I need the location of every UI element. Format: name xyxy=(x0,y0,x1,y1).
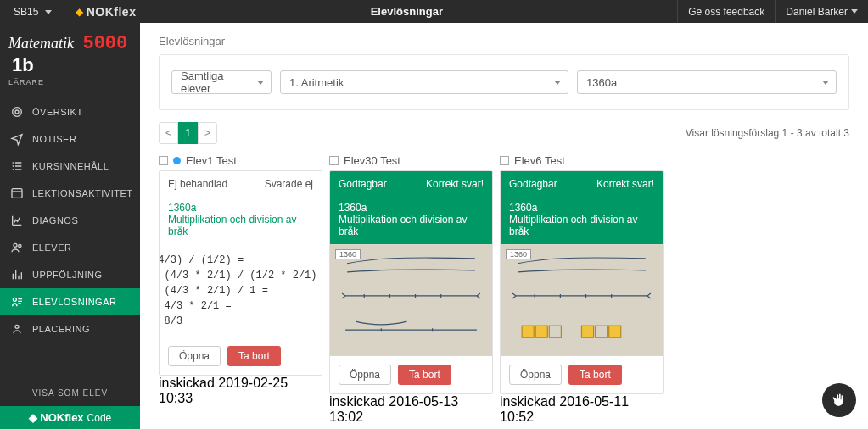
task-name[interactable]: Multiplikation och division av bråk xyxy=(168,214,313,237)
svg-point-0 xyxy=(13,108,22,117)
task-tag: 1360 xyxy=(506,249,531,259)
submission-thumbnail xyxy=(330,244,492,356)
sidebar-item-overview[interactable]: ÖVERSIKT xyxy=(0,98,140,125)
sidebar-item-activity[interactable]: LEKTIONSAKTIVITET xyxy=(0,180,140,207)
sidebar-item-notice[interactable]: NOTISER xyxy=(0,125,140,153)
chart-icon xyxy=(10,268,24,281)
pager-page-1[interactable]: 1 xyxy=(178,122,198,144)
student-name: Elev6 Test xyxy=(514,154,565,167)
svg-point-3 xyxy=(14,243,17,247)
sidebar-item-diag[interactable]: DIAGNOS xyxy=(0,207,140,234)
status-right: Korrekt svar! xyxy=(596,178,654,190)
caret-down-icon xyxy=(851,9,858,14)
open-button[interactable]: Öppna xyxy=(339,365,391,385)
submitted-timestamp: inskickad 2016-05-11 10:52 xyxy=(500,394,664,425)
svg-rect-2 xyxy=(12,189,22,198)
workspace-switcher[interactable]: SB15 xyxy=(0,6,65,18)
card-actions: ÖppnaTa bort xyxy=(330,356,492,393)
pager: < 1 > xyxy=(159,122,217,144)
solution-image[interactable]: 1360 xyxy=(501,244,663,356)
task-info: 1360aMultiplikation och division av bråk xyxy=(160,197,322,244)
diamond-icon: ◆ xyxy=(29,411,37,424)
caret-down-icon xyxy=(45,10,52,14)
submitted-timestamp: inskickad 2016-05-13 13:02 xyxy=(329,394,493,425)
page-title: Elevlösningar xyxy=(136,5,677,18)
select-checkbox[interactable] xyxy=(159,156,168,165)
svg-point-6 xyxy=(15,325,19,328)
delete-button[interactable]: Ta bort xyxy=(568,365,622,385)
task-select[interactable]: 1360a xyxy=(577,70,837,94)
status-row: Ej behandladSvarade ej xyxy=(160,171,322,197)
svg-rect-9 xyxy=(522,326,534,337)
main-content: Elevlösningar Samtliga elever 1. Aritmet… xyxy=(140,23,868,429)
task-id[interactable]: 1360a xyxy=(339,202,484,214)
unread-dot-icon xyxy=(173,157,181,164)
solutions-icon xyxy=(10,295,24,309)
status-row: GodtagbarKorrekt svar! xyxy=(501,171,663,197)
sidebar-item-list[interactable]: KURSINNEHÅLL xyxy=(0,153,140,180)
status-right: Svarade ej xyxy=(265,178,313,190)
sidebar-item-label: UPPFÖLJNING xyxy=(32,270,103,280)
solution-card: Elev1 TestEj behandladSvarade ej1360aMul… xyxy=(159,154,322,425)
list-icon xyxy=(10,159,24,173)
sidebar-item-label: DIAGNOS xyxy=(32,215,78,226)
svg-point-5 xyxy=(13,298,16,301)
solution-image[interactable]: 1360 xyxy=(330,244,492,356)
book-cover[interactable]: Matematik 5000 1b LÄRARE xyxy=(0,23,140,92)
delete-button[interactable]: Ta bort xyxy=(398,365,451,385)
feedback-link[interactable]: Ge oss feedback xyxy=(677,0,776,23)
result-count: Visar lösningsförslag 1 - 3 av totalt 3 xyxy=(686,127,849,139)
student-name: Elev30 Test xyxy=(344,154,400,167)
workspace-label: SB15 xyxy=(14,6,38,18)
status-right: Korrekt svar! xyxy=(426,178,484,190)
status-left: Godtagbar xyxy=(339,178,387,190)
svg-point-4 xyxy=(19,244,21,247)
solution-card: Elev30 TestGodtagbarKorrekt svar!1360aMu… xyxy=(329,154,493,425)
sidebar-item-solutions[interactable]: ELEVLÖSNINGAR xyxy=(0,288,140,315)
topbar: SB15 ◆ NOKflex Elevlösningar Ge oss feed… xyxy=(0,0,868,23)
delete-button[interactable]: Ta bort xyxy=(227,346,281,366)
task-name[interactable]: Multiplikation och division av bråk xyxy=(339,214,484,237)
users-icon xyxy=(10,241,24,254)
sidebar-item-chart[interactable]: UPPFÖLJNING xyxy=(0,261,140,288)
cards-row: Elev1 TestEj behandladSvarade ej1360aMul… xyxy=(140,154,868,425)
card-body: GodtagbarKorrekt svar!1360aMultiplikatio… xyxy=(329,170,493,394)
select-checkbox[interactable] xyxy=(329,156,339,165)
sidebar-item-place[interactable]: PLACERING xyxy=(0,315,140,343)
open-button[interactable]: Öppna xyxy=(509,365,562,385)
task-name[interactable]: Multiplikation och division av bråk xyxy=(509,214,654,237)
svg-rect-10 xyxy=(535,326,547,337)
sidebar-item-label: KURSINNEHÅLL xyxy=(32,161,109,171)
pager-prev[interactable]: < xyxy=(159,122,178,144)
students-select[interactable]: Samtliga elever xyxy=(171,70,272,94)
sidebar-item-label: NOTISER xyxy=(32,134,76,144)
card-header: Elev6 Test xyxy=(500,154,664,170)
svg-rect-7 xyxy=(330,245,492,356)
diag-icon xyxy=(10,214,24,227)
chapter-select[interactable]: 1. Aritmetik xyxy=(280,70,568,94)
svg-rect-8 xyxy=(501,245,663,356)
solution-text: (4/3) / (1/2) = = (4/3 * 2/1) / (1/2 * 2… xyxy=(160,244,322,337)
status-left: Godtagbar xyxy=(509,178,557,190)
pager-next[interactable]: > xyxy=(198,122,217,144)
select-checkbox[interactable] xyxy=(500,156,509,165)
sidebar-item-label: ELEVLÖSNINGAR xyxy=(32,297,116,307)
open-button[interactable]: Öppna xyxy=(168,346,221,366)
status-row: GodtagbarKorrekt svar! xyxy=(330,171,492,197)
user-menu[interactable]: Daniel Barker xyxy=(776,6,868,18)
help-button[interactable] xyxy=(822,383,856,417)
book-edition: 1b xyxy=(12,54,34,76)
caret-down-icon xyxy=(257,81,264,85)
sidebar: Matematik 5000 1b LÄRARE ÖVERSIKTNOTISER… xyxy=(0,23,140,429)
caret-down-icon xyxy=(554,81,561,85)
brand-logo[interactable]: ◆ NOKflex xyxy=(65,5,137,19)
submission-thumbnail xyxy=(501,244,663,356)
nokflex-code-link[interactable]: ◆ NOKflexCode xyxy=(0,406,140,429)
hand-icon xyxy=(831,392,848,409)
task-id[interactable]: 1360a xyxy=(509,202,654,214)
sidebar-item-users[interactable]: ELEVER xyxy=(0,234,140,261)
filter-panel: Samtliga elever 1. Aritmetik 1360a xyxy=(159,54,849,110)
place-icon xyxy=(10,322,24,336)
task-id[interactable]: 1360a xyxy=(168,202,313,214)
view-as-student[interactable]: VISA SOM ELEV xyxy=(0,380,140,406)
